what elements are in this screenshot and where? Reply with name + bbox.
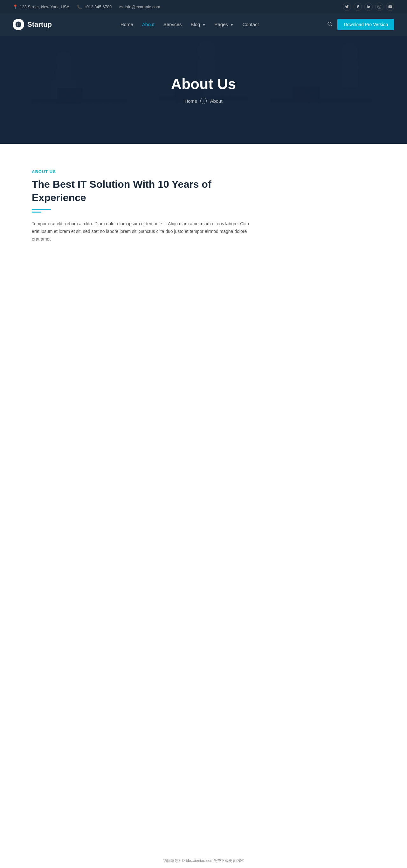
about-section: ABOUT US The Best IT Solution With 10 Ye… (32, 169, 255, 243)
about-title: The Best IT Solution With 10 Years of Ex… (32, 178, 255, 204)
nav-item-pages[interactable]: Pages ▼ (215, 22, 234, 27)
svg-point-6 (328, 22, 331, 26)
linkedin-icon[interactable] (364, 3, 373, 11)
top-bar: 📍 123 Street, New York, USA 📞 +012 345 6… (0, 0, 407, 13)
email-info: ✉ info@example.com (119, 4, 160, 9)
search-button[interactable] (327, 21, 332, 28)
breadcrumb-home-link[interactable]: Home (184, 98, 197, 104)
nav-link-about[interactable]: About (142, 22, 155, 27)
breadcrumb: Home ○ About (171, 98, 236, 104)
nav-item-contact[interactable]: Contact (242, 22, 259, 27)
nav-link-blog[interactable]: Blog ▼ (191, 22, 205, 27)
email-icon: ✉ (119, 4, 123, 9)
about-body: Tempor erat elitr rebum at clita. Diam d… (32, 220, 255, 243)
email-text: info@example.com (125, 4, 160, 9)
breadcrumb-current: About (210, 98, 222, 104)
nav-link-services[interactable]: Services (163, 22, 182, 27)
title-underline-1 (32, 209, 51, 210)
nav-item-home[interactable]: Home (121, 22, 133, 27)
blog-dropdown-arrow: ▼ (203, 23, 206, 27)
nav-item-services[interactable]: Services (163, 22, 182, 27)
hero-title: About Us (171, 75, 236, 93)
download-pro-button[interactable]: Download Pro Version (337, 19, 394, 30)
nav-item-blog[interactable]: Blog ▼ (191, 22, 205, 27)
top-bar-left: 📍 123 Street, New York, USA 📞 +012 345 6… (13, 4, 160, 9)
address-text: 123 Street, New York, USA (20, 4, 69, 9)
logo[interactable]: Startup (13, 19, 52, 30)
nav-item-about[interactable]: About (142, 22, 155, 27)
hero-banner: About Us Home ○ About (0, 36, 407, 144)
nav-link-home[interactable]: Home (121, 22, 133, 27)
facebook-icon[interactable] (353, 3, 362, 11)
svg-point-0 (367, 5, 368, 6)
social-icons (343, 3, 394, 11)
svg-line-7 (331, 25, 332, 26)
youtube-icon[interactable] (386, 3, 394, 11)
main-content: ABOUT US The Best IT Solution With 10 Ye… (0, 144, 407, 269)
pages-dropdown-arrow: ▼ (230, 23, 233, 27)
address-info: 📍 123 Street, New York, USA (13, 4, 69, 9)
instagram-icon[interactable] (375, 3, 383, 11)
location-icon: 📍 (13, 4, 18, 9)
logo-icon (13, 19, 24, 30)
svg-rect-1 (378, 5, 381, 8)
nav-link-contact[interactable]: Contact (242, 22, 259, 27)
navbar: Startup Home About Services Blog ▼ Pages… (0, 13, 407, 36)
twitter-icon[interactable] (343, 3, 351, 11)
nav-right: Download Pro Version (327, 19, 394, 30)
breadcrumb-separator: ○ (200, 98, 207, 104)
watermark: 访问响导社区bbs.xieniao.com免费下载更多内容 (0, 857, 407, 865)
hero-content: About Us Home ○ About (171, 75, 236, 104)
phone-icon: 📞 (77, 4, 82, 9)
title-underline-2 (32, 212, 41, 213)
nav-menu: Home About Services Blog ▼ Pages ▼ Conta… (121, 22, 259, 27)
phone-info: 📞 +012 345 6789 (77, 4, 112, 9)
about-label: ABOUT US (32, 169, 255, 174)
nav-link-pages[interactable]: Pages ▼ (215, 22, 234, 27)
logo-text: Startup (27, 20, 52, 29)
phone-text: +012 345 6789 (84, 4, 112, 9)
svg-point-2 (379, 6, 380, 7)
svg-point-3 (380, 6, 380, 6)
